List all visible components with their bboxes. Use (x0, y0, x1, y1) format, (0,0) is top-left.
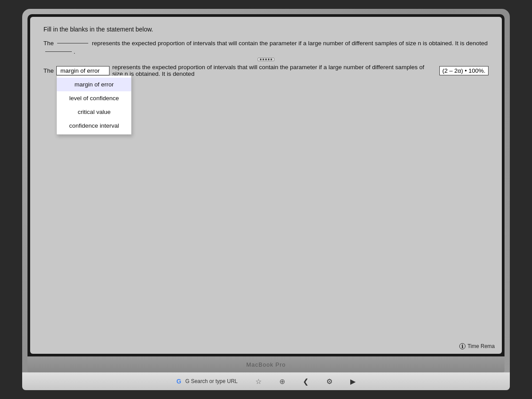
blank-line-1 (57, 43, 88, 43)
settings-icon: ⚙ (326, 377, 332, 386)
the-label-2: The (43, 67, 54, 74)
laptop-outer: Fill in the blanks in the statement belo… (22, 9, 510, 372)
google-icon: G (176, 378, 184, 385)
screen-bezel: Fill in the blanks in the statement belo… (27, 14, 505, 356)
dot-2 (262, 59, 264, 60)
screen: Fill in the blanks in the statement belo… (30, 17, 502, 354)
dot-4 (268, 59, 270, 60)
dropdown-item-critical-value[interactable]: critical value (57, 105, 131, 119)
dots-container (258, 58, 274, 61)
dropdown-item-level-of-confidence[interactable]: level of confidence (57, 91, 131, 105)
dropdown-selected-value: margin of error (60, 67, 100, 74)
taskbar-arrow[interactable]: ▶ (350, 377, 356, 386)
bottom-bar: MacBook Pro (27, 356, 505, 372)
search-text: G Search or type URL (185, 378, 238, 384)
dropdown-container[interactable]: margin of error margin of error level of… (56, 66, 110, 75)
star-icon: ☆ (255, 377, 262, 386)
dropdown-menu: margin of error level of confidence crit… (56, 75, 132, 135)
clock-icon: ℹ (459, 343, 466, 349)
dropdown-item-margin-of-error[interactable]: margin of error (57, 78, 131, 91)
taskbar-back[interactable]: ❮ (303, 377, 309, 386)
time-remaining-label: Time Rema (467, 343, 495, 349)
period-1: . (74, 48, 75, 55)
dot-3 (265, 59, 267, 60)
back-icon: ❮ (303, 377, 309, 386)
instruction-text: Fill in the blanks in the statement belo… (43, 26, 489, 33)
taskbar-plus[interactable]: ⊕ (279, 377, 285, 386)
plus-icon: ⊕ (279, 377, 285, 386)
dropdown-item-confidence-interval[interactable]: confidence interval (57, 119, 131, 133)
dropdown-button[interactable]: margin of error (56, 66, 110, 75)
taskbar-star[interactable]: ☆ (255, 377, 262, 386)
answer-box: (2 – 2α) • 100%. (439, 66, 489, 75)
macbook-label: MacBook Pro (246, 361, 286, 368)
dot-5 (270, 59, 272, 60)
content-area: Fill in the blanks in the statement belo… (30, 17, 502, 354)
taskbar-settings[interactable]: ⚙ (326, 377, 332, 386)
dots-row (43, 57, 489, 63)
the-label-1: The (43, 40, 54, 47)
blank-line-2 (45, 51, 72, 52)
time-remaining: ℹ Time Rema (459, 343, 495, 349)
arrow-icon: ▶ (350, 377, 356, 386)
dot-1 (260, 59, 262, 60)
taskbar: G G Search or type URL ☆ ⊕ ❮ ⚙ ▶ (22, 372, 510, 390)
question-text-2: represents the expected proportion of in… (112, 64, 435, 77)
question-text-1: represents the expected proportion of in… (92, 40, 488, 47)
second-row: The margin of error margin of error leve… (43, 64, 489, 77)
question-row-1: The represents the expected proportion o… (43, 40, 489, 55)
answer-formula: (2 – 2α) • 100%. (439, 66, 489, 75)
taskbar-search[interactable]: G G Search or type URL (176, 378, 238, 385)
